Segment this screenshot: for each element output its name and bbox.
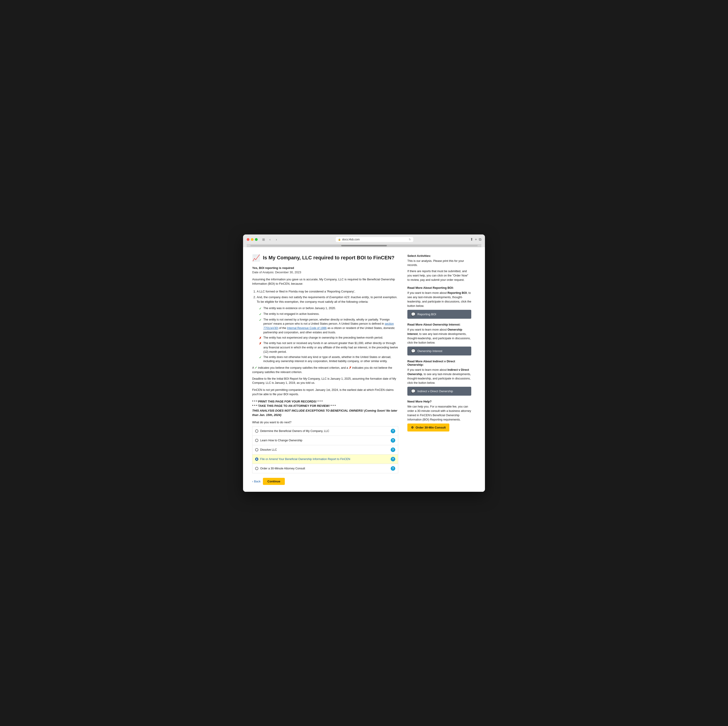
indirect-text: If you want to learn more about Indirect…	[407, 368, 471, 385]
url-text: docs.l4sb.com	[342, 238, 359, 241]
x-icon-2: ✗	[259, 342, 262, 346]
radio-option-2[interactable]: Learn How to Change Ownership ?	[252, 436, 398, 445]
traffic-lights	[247, 238, 258, 241]
help-badge-1[interactable]: ?	[391, 429, 395, 433]
deadline-text: Deadline to file the Initial BOI Report …	[252, 377, 398, 385]
browser-controls: ⊞ ‹ ›	[261, 237, 279, 242]
order-consult-button[interactable]: ⚙ Order 30-Min Consult	[407, 424, 450, 432]
radio-option-4[interactable]: File or Amend Your Beneficial Ownership …	[252, 454, 398, 464]
tabs-button[interactable]: ⧉	[479, 237, 481, 242]
check-icon-4: ✓	[259, 355, 262, 360]
select-activities-section: Select Activities: This is our analysis.…	[407, 254, 471, 282]
check-icon-1: ✓	[259, 306, 262, 311]
need-help-text: We can help you. For a reasonable fee, y…	[407, 404, 471, 422]
next-action-options: Determine the Beneficial Owners of My Co…	[252, 426, 398, 473]
criteria-fail-1: ✗ The entity has not experienced any cha…	[259, 335, 398, 340]
indirect-title: Read More About Indirect v Direct Owners…	[407, 360, 471, 366]
select-activities-text1: This is our analysis. Please print this …	[407, 259, 471, 268]
indirect-button[interactable]: 💬 Indirect v Direct Ownership	[407, 387, 471, 396]
intro-text: Assuming the information you gave us is …	[252, 277, 398, 286]
reporting-boi-text: If you want to learn more about Reportin…	[407, 291, 471, 308]
radio-option-3[interactable]: Dissolve LLC ?	[252, 445, 398, 454]
chat-icon-3: 💬	[411, 389, 416, 394]
next-label: What do you want to do next?	[252, 421, 398, 424]
fincen-text: FinCEN is not yet permitting companies t…	[252, 388, 398, 397]
inline-x-icon: ✗	[349, 366, 352, 369]
required-badge: Yes, BOI reporting is required	[252, 266, 398, 270]
reason-1: A LLC formed or filed in Florida may be …	[257, 289, 398, 294]
help-badge-4[interactable]: ?	[391, 457, 395, 461]
inline-check-icon: ✓	[255, 366, 257, 369]
chat-icon-1: 💬	[411, 312, 416, 316]
continue-button[interactable]: Continue	[263, 478, 285, 485]
radio-circle-5[interactable]	[255, 467, 258, 470]
need-help-section: Need More Help? We can help you. For a r…	[407, 400, 471, 432]
share-button[interactable]: ⬆	[470, 237, 473, 242]
close-button[interactable]	[247, 238, 249, 241]
radio-label-4: File or Amend Your Beneficial Ownership …	[260, 458, 389, 461]
radio-option-1[interactable]: Determine the Beneficial Owners of My Co…	[252, 426, 398, 436]
criteria-pass-4: ✓ The entity does not otherwise hold any…	[259, 355, 398, 364]
back-nav-button[interactable]: ‹	[267, 237, 273, 242]
disclaimer-text: THIS ANALYSIS DOES NOT INCLUDE EXCEPTION…	[252, 409, 398, 417]
select-activities-text2: If there are reports that must be submit…	[407, 269, 471, 282]
criteria-pass-3: ✓ The entity is not owned by a foreign p…	[259, 317, 398, 335]
radio-label-5: Order a 30-Minute Attorney Consult	[260, 467, 389, 470]
criteria-pass-1: ✓ The entity was in existence on or befo…	[259, 306, 398, 311]
criteria-fail-2: ✗ The entity has not sent or received an…	[259, 341, 398, 354]
check-icon-2: ✓	[259, 312, 262, 317]
back-button[interactable]: ‹ Back	[252, 478, 261, 485]
ownership-interest-text: If you want to learn more about Ownershi…	[407, 328, 471, 345]
maximize-button[interactable]	[255, 238, 258, 241]
radio-circle-1[interactable]	[255, 429, 258, 433]
address-bar[interactable]: 🔒 docs.l4sb.com ↻	[336, 237, 413, 242]
x-icon-1: ✗	[259, 336, 262, 340]
help-badge-5[interactable]: ?	[391, 466, 395, 471]
reporting-boi-btn-label: Reporting BOI	[418, 312, 436, 316]
link-irc-1986[interactable]: Internal Revenue Code of 1986	[287, 326, 327, 330]
link-section-7701[interactable]: section 7701(a)(30)	[263, 322, 394, 330]
criteria-pass-2: ✓ The entity is not engaged in active bu…	[259, 312, 398, 317]
ownership-interest-btn-label: Ownership Interest	[418, 349, 442, 353]
ownership-interest-button[interactable]: 💬 Ownership Interest	[407, 346, 471, 355]
print-notice-1: * * * PRINT THIS PAGE FOR YOUR RECORDS! …	[252, 400, 398, 403]
forward-nav-button[interactable]: ›	[274, 237, 279, 242]
reporting-boi-section: Read More About Reporting BOI: If you wa…	[407, 286, 471, 319]
chat-icon-2: 💬	[411, 349, 416, 353]
sidebar: Select Activities: This is our analysis.…	[407, 254, 471, 485]
radio-circle-4[interactable]	[255, 458, 258, 461]
indirect-section: Read More About Indirect v Direct Owners…	[407, 360, 471, 396]
radio-label-2: Learn How to Change Ownership	[260, 439, 389, 442]
ownership-interest-title: Read More About Ownership Interest:	[407, 323, 471, 326]
criteria-list: ✓ The entity was in existence on or befo…	[259, 306, 398, 363]
order-btn-label: Order 30-Min Consult	[416, 426, 446, 429]
help-badge-3[interactable]: ?	[391, 447, 395, 452]
radio-circle-2[interactable]	[255, 439, 258, 442]
help-badge-2[interactable]: ?	[391, 438, 395, 443]
legend-text: A ✓ indicates you believe the company sa…	[252, 366, 398, 374]
reasons-list: A LLC formed or filed in Florida may be …	[257, 289, 398, 304]
lock-icon: 🔒	[338, 238, 341, 240]
radio-circle-3[interactable]	[255, 448, 258, 451]
radio-label-3: Dissolve LLC	[260, 448, 389, 451]
page-header: 📈 Is My Company, LLC required to report …	[252, 254, 398, 262]
logo-icon: 📈	[252, 254, 260, 262]
nav-buttons: ‹ Back Continue	[252, 478, 398, 485]
analysis-date: Date of Analysis: December 30, 2023	[252, 271, 398, 274]
reporting-boi-button[interactable]: 💬 Reporting BOI	[407, 310, 471, 319]
reason-2: And, the company does not satisfy the re…	[257, 295, 398, 304]
print-notice-2: * * * TAKE THIS PAGE TO AN ATTORNEY FOR …	[252, 404, 398, 407]
radio-option-5[interactable]: Order a 30-Minute Attorney Consult ?	[252, 464, 398, 473]
radio-label-1: Determine the Beneficial Owners of My Co…	[260, 429, 389, 433]
reload-icon[interactable]: ↻	[409, 238, 411, 241]
reporting-boi-title: Read More About Reporting BOI:	[407, 286, 471, 289]
gear-icon: ⚙	[411, 426, 414, 429]
scroll-track	[250, 245, 478, 247]
check-icon-3: ✓	[259, 318, 262, 322]
indirect-btn-label: Indirect v Direct Ownership	[418, 389, 453, 393]
new-tab-button[interactable]: +	[475, 237, 477, 242]
scroll-thumb[interactable]	[341, 245, 387, 247]
page-title: Is My Company, LLC required to report BO…	[263, 254, 395, 261]
sidebar-toggle-button[interactable]: ⊞	[261, 237, 266, 242]
minimize-button[interactable]	[251, 238, 254, 241]
